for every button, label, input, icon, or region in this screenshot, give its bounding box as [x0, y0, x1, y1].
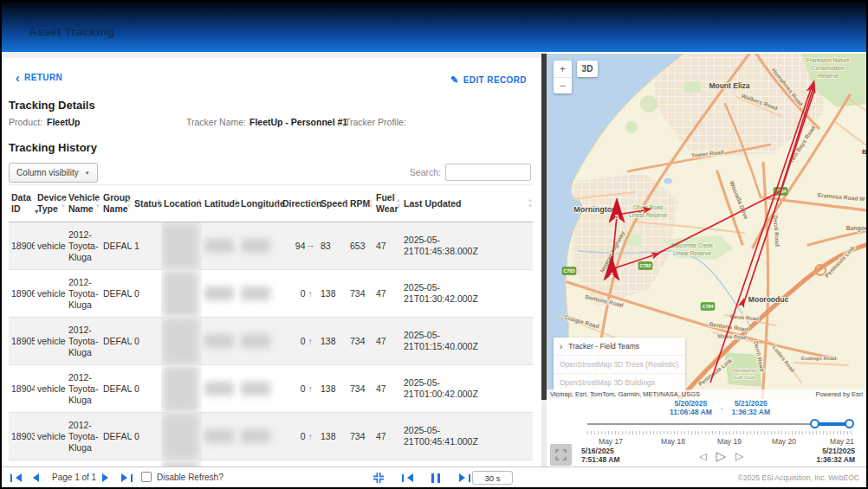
edit-record-button[interactable]: ✎ EDIT RECORD: [450, 74, 527, 86]
cell-last-updated: 2025-05-21T01:00:42.000Z: [401, 365, 533, 412]
checkbox-icon[interactable]: [141, 472, 152, 482]
table-body: 189069 vehicle 2012-Toyota-Kluga DEFAULT…: [9, 222, 533, 460]
step-forward-button[interactable]: ▷: [735, 450, 743, 462]
layer-osm-3d-trees[interactable]: OpenStreetMap 3D Trees (Realistic): [554, 356, 685, 374]
cell-group-name: DEFAULT: [100, 413, 132, 460]
tick-label: May 18: [647, 437, 699, 446]
redacted-latitude: [204, 286, 234, 300]
map-label-mount-eliza: Mount Eliza: [709, 81, 749, 90]
column-header-group-name[interactable]: Group Name▲▼: [100, 185, 132, 222]
map-label-bungower: Bungower: [846, 225, 866, 232]
copyright-text: ©2025 ESi Acquisition, Inc. WebEOC: [738, 473, 859, 482]
svg-text:4: 4: [610, 271, 614, 279]
column-header-vehicle-name[interactable]: Vehicle Name▲▼: [66, 185, 100, 222]
refresh-pause-button[interactable]: [431, 467, 440, 487]
expand-timeline-button[interactable]: [550, 444, 572, 466]
map-label-devilbend: Devilbend: [732, 367, 756, 373]
tracking-history-heading: Tracking History: [9, 141, 97, 154]
map-zoom-control: + −: [554, 61, 572, 93]
refresh-skip-forward-button[interactable]: [459, 467, 470, 487]
cell-fuel-wear: 47: [373, 318, 401, 364]
map-3d-button[interactable]: 3D: [577, 61, 598, 77]
time-slider-handle-start[interactable]: [810, 419, 819, 428]
play-button[interactable]: ▷: [716, 450, 726, 462]
cell-rpm: 734: [347, 270, 373, 317]
last-page-button[interactable]: [121, 467, 133, 487]
table-row[interactable]: 189053 vehicle 2012-Toyota-Kluga DEFAULT…: [9, 318, 533, 365]
svg-text:5: 5: [615, 213, 619, 221]
column-header-device-type[interactable]: Device Type▲▼: [35, 185, 66, 222]
refresh-now-button[interactable]: [372, 467, 385, 487]
time-slider-selected-segment[interactable]: [814, 422, 849, 426]
table-row[interactable]: 189069 vehicle 2012-Toyota-Kluga DEFAULT…: [9, 222, 533, 270]
column-header-speed[interactable]: Speed▲▼: [318, 185, 347, 222]
cell-vehicle-name: 2012-Toyota-Kluga: [66, 365, 100, 412]
previous-page-button[interactable]: [33, 467, 39, 487]
tick-label: May 19: [703, 437, 755, 446]
layer-tracker-field-teams[interactable]: › Tracker - Field Teams: [554, 338, 685, 356]
cell-vehicle-name: 2012-Toyota-Kluga: [66, 270, 100, 317]
cell-vehicle-name: 2012-: [66, 460, 100, 466]
redacted-latitude: [204, 382, 234, 396]
first-page-button[interactable]: [10, 467, 22, 487]
return-button[interactable]: ‹ RETURN: [16, 73, 62, 82]
table-row[interactable]: 189037 vehicle 2012-Toyota-Kluga DEFAULT…: [9, 413, 533, 460]
step-back-button[interactable]: ◁: [699, 450, 706, 462]
cell-latitude: [202, 318, 238, 364]
column-header-rpm[interactable]: RPM▲▼: [347, 185, 373, 222]
redacted-location: [162, 460, 199, 466]
map-layers-panel: › Tracker - Field Teams OpenStreetMap 3D…: [554, 338, 685, 392]
map[interactable]: C783 C782 C784 C784 Mount Eliza Morningt…: [547, 54, 866, 399]
column-header-location[interactable]: Location▲▼: [161, 185, 202, 222]
tick-label: May 20: [758, 437, 810, 446]
table-row[interactable]: 189060 vehicle 2012-Toyota-Kluga DEFAULT…: [9, 270, 533, 318]
cell-rpm: 734: [347, 318, 373, 364]
tracker-name-label: Tracker Name:: [186, 117, 246, 127]
column-header-status[interactable]: Status▲▼: [132, 185, 161, 222]
road-shield: C784: [702, 304, 714, 309]
cell-last-updated: 2025-05-21T01:15:40.000Z: [401, 318, 533, 364]
svg-text:Linear Reserve: Linear Reserve: [629, 212, 667, 218]
column-header-fuel-wear[interactable]: Fuel Wear▲▼: [373, 185, 401, 222]
app-header: Asset Tracking: [2, 2, 866, 52]
zoom-in-button[interactable]: +: [554, 61, 572, 77]
next-page-button[interactable]: [102, 467, 108, 487]
table-row-partial[interactable]: 2012-: [9, 460, 533, 466]
timeline-max-date: 5/21/20251:36:32 AM: [805, 447, 855, 464]
header-shadow-strip: [2, 52, 541, 58]
cell-speed: 138: [318, 365, 347, 412]
cell-speed: 138: [318, 270, 347, 317]
cell-location: [161, 222, 202, 269]
column-visibility-button[interactable]: Column visibility ▼: [9, 163, 98, 183]
cell-direction: 0 ↑: [280, 318, 318, 364]
map-label-baxter: Baxter: [862, 148, 866, 156]
disable-refresh-checkbox[interactable]: Disable Refresh?: [141, 472, 223, 482]
cell-data-id: 189069: [9, 222, 35, 269]
direction-arrow-icon: ↑: [308, 431, 314, 442]
zoom-out-button[interactable]: −: [554, 77, 572, 93]
product-label: Product:: [9, 117, 42, 127]
column-header-longitude[interactable]: Longitude▲▼: [238, 185, 280, 222]
cell-device-type: vehicle: [35, 270, 66, 317]
time-slider-handle-end[interactable]: [845, 419, 854, 428]
cell-direction: 94 ↑: [280, 222, 318, 269]
compress-arrows-icon: [372, 472, 385, 484]
tracking-panel: ‹ RETURN ✎ EDIT RECORD Tracking Details …: [2, 52, 541, 466]
cell-rpm: 734: [347, 413, 373, 460]
tick-label: May 17: [585, 437, 637, 446]
search-input[interactable]: [445, 164, 531, 181]
map-label-frankston-reserve: Frankston Nature: [806, 57, 851, 63]
pencil-icon: ✎: [450, 74, 459, 86]
table-row[interactable]: 189044 vehicle 2012-Toyota-Kluga DEFAULT…: [9, 365, 533, 413]
column-header-latitude[interactable]: Latitude▲▼: [202, 185, 238, 222]
refresh-skip-back-button[interactable]: [402, 467, 413, 487]
cell-last-updated: 2025-05-21T00:45:41.000Z: [401, 413, 533, 460]
cell-data-id: 189044: [9, 365, 35, 412]
column-header-last-updated[interactable]: Last Updated▲▼: [401, 185, 533, 222]
cell-longitude: [238, 270, 280, 317]
cell-data-id: 189053: [9, 318, 35, 364]
cell-longitude: [238, 318, 280, 364]
column-header-direction[interactable]: Direction▲▼: [280, 185, 318, 222]
column-header-data-id[interactable]: Data ID▼: [9, 185, 35, 222]
refresh-interval-input[interactable]: [472, 471, 513, 485]
